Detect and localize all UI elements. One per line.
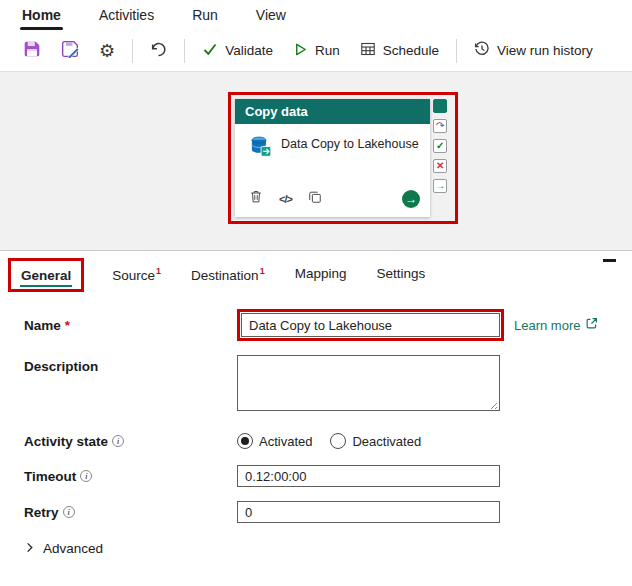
source-error-badge: 1 [156,266,161,276]
timeout-label-wrap: Timeout [24,469,237,484]
retry-row: Retry [24,501,632,523]
duplicate-activity-icon[interactable] [308,190,322,208]
delete-activity-icon[interactable] [249,189,263,208]
name-annotation-box [237,309,504,341]
external-link-icon [585,317,598,333]
activity-state-radio-group: Activated Deactivated [237,433,421,449]
timeout-input[interactable] [237,465,500,487]
tab-settings[interactable]: Settings [374,259,427,288]
info-icon [63,506,75,518]
menu-bar: Home Activities Run View [0,0,632,30]
view-run-history-label: View run history [497,43,593,58]
tab-source[interactable]: Source1 [110,259,163,290]
retry-label: Retry [24,505,59,520]
save-as-icon [61,40,79,61]
retry-input[interactable] [237,501,500,523]
port-on-fail-icon[interactable]: ✕ [433,159,447,173]
validate-check-icon [202,41,218,60]
activity-card-header[interactable]: Copy data [235,99,430,124]
validate-button[interactable]: Validate [195,36,280,65]
destination-error-badge: 1 [260,266,265,276]
menu-tab-activities[interactable]: Activities [97,1,156,30]
collapse-pane-button[interactable] [603,259,616,262]
copy-data-activity-card[interactable]: Copy data Data Copy to Lakehouse </> → [235,99,430,217]
copy-data-icon [247,133,273,163]
schedule-button[interactable]: Schedule [353,36,446,65]
tab-source-label: Source [112,268,155,283]
tab-destination-label: Destination [191,268,259,283]
activity-ports: ↷ ✓ ✕ → [433,99,451,217]
activity-state-row: Activity state Activated Deactivated [24,433,632,449]
port-on-skip-icon[interactable]: ↷ [433,119,447,133]
radio-dot-unselected [330,433,346,449]
schedule-calendar-icon [360,41,376,60]
gear-icon: ⚙ [99,42,115,60]
radio-activated-label: Activated [259,434,312,449]
info-icon [112,435,124,447]
code-view-icon[interactable]: </> [279,193,292,205]
tab-general[interactable]: General [20,264,72,287]
info-icon [80,470,92,482]
tab-mapping[interactable]: Mapping [293,259,349,288]
history-clock-icon [474,41,490,60]
learn-more-link[interactable]: Learn more [514,317,598,333]
port-output-icon[interactable] [433,99,447,113]
general-tab-annotation-box: General [8,258,84,292]
toolbar-divider [132,39,133,63]
toolbar: ⚙ Validate Run Schedule View run history [0,30,632,72]
activity-card-body: Data Copy to Lakehouse [235,124,430,185]
port-on-success-icon[interactable]: ✓ [433,139,447,153]
radio-dot-selected [237,433,253,449]
name-row: Name * Learn more [24,309,632,341]
port-on-completion-icon[interactable]: → [433,179,447,193]
undo-icon [150,41,167,61]
validate-label: Validate [225,43,273,58]
activity-state-label: Activity state [24,434,108,449]
description-label: Description [24,359,98,374]
view-run-history-button[interactable]: View run history [467,36,600,65]
radio-deactivated-label: Deactivated [352,434,421,449]
copy-data-annotation-box: Copy data Data Copy to Lakehouse </> → [228,92,458,224]
run-label: Run [315,43,340,58]
settings-button[interactable]: ⚙ [92,37,122,65]
schedule-label: Schedule [383,43,439,58]
activity-title[interactable]: Data Copy to Lakehouse [281,133,419,152]
properties-pane: General Source1 Destination1 Mapping Set… [0,250,632,586]
name-label-wrap: Name * [24,318,237,333]
menu-tab-view[interactable]: View [254,1,288,30]
menu-tab-run[interactable]: Run [190,1,220,30]
connector-arrow-button[interactable]: → [402,190,420,208]
run-button[interactable]: Run [286,37,347,65]
toolbar-divider [184,39,185,63]
undo-button[interactable] [143,36,174,66]
name-input[interactable] [241,313,500,337]
name-label: Name [24,318,61,333]
save-as-button[interactable] [54,35,86,66]
description-label-wrap: Description [24,355,237,374]
tab-destination[interactable]: Destination1 [189,259,267,290]
activity-card-toolbar: </> → [235,185,430,217]
advanced-expander[interactable]: Advanced [24,541,632,556]
timeout-label: Timeout [24,469,76,484]
save-icon [23,40,41,61]
learn-more-label: Learn more [514,318,580,333]
toolbar-divider [456,39,457,63]
pipeline-canvas[interactable]: Copy data Data Copy to Lakehouse </> → [0,72,632,250]
properties-tabs: General Source1 Destination1 Mapping Set… [0,251,632,299]
retry-label-wrap: Retry [24,505,237,520]
activity-state-label-wrap: Activity state [24,434,237,449]
timeout-row: Timeout [24,465,632,487]
menu-tab-home[interactable]: Home [20,1,63,30]
description-textarea[interactable] [237,355,500,411]
description-field-wrap [237,355,500,415]
required-asterisk: * [65,318,70,333]
chevron-right-icon [24,541,35,556]
description-row: Description [24,355,632,415]
run-play-icon [293,42,308,60]
radio-activated[interactable]: Activated [237,433,312,449]
save-button[interactable] [16,35,48,66]
advanced-label: Advanced [43,541,103,556]
radio-deactivated[interactable]: Deactivated [330,433,421,449]
